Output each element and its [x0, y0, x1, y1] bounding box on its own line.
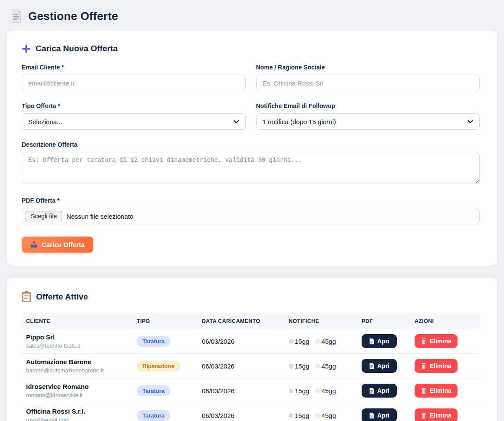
notification-45gg-label: 45gg — [321, 338, 336, 345]
notification-15gg: 15gg — [289, 362, 309, 370]
upload-card-heading: Carica Nuova Offerta — [22, 44, 480, 53]
open-pdf-button-label: Apri — [377, 362, 389, 369]
delete-offer-button-label: Elimina — [430, 338, 451, 345]
client-cell: Automazione Barone barone@automazionebar… — [22, 358, 132, 374]
upload-date: 06/03/2026 — [198, 338, 284, 345]
delete-offer-button[interactable]: Elimina — [415, 359, 458, 373]
notification-45gg: 45gg — [315, 362, 336, 370]
client-name: Automazione Barone — [26, 358, 132, 366]
description-field-group: Descrizione Offerta — [22, 141, 480, 186]
notification-15gg: 15gg — [289, 387, 309, 395]
notification-45gg-label: 45gg — [321, 387, 336, 395]
type-cell: Riparazione — [132, 361, 198, 372]
page-header: Gestione Offerte — [0, 0, 504, 31]
chevron-down-icon — [234, 120, 239, 124]
pdf-file-input[interactable]: Scegli file Nessun file selezionato — [22, 208, 480, 224]
notification-status-dot — [315, 388, 320, 393]
upload-card-title: Carica Nuova Offerta — [36, 44, 118, 53]
file-icon — [369, 412, 374, 419]
actions-cell: Elimina — [410, 359, 480, 373]
delete-offer-button-label: Elimina — [430, 362, 451, 369]
delete-offer-button[interactable]: Elimina — [415, 384, 458, 398]
followup-select[interactable]: 1 notifica (dopo 15 giorni) — [256, 113, 480, 130]
upload-date: 06/03/2026 — [198, 387, 284, 395]
notification-45gg: 45gg — [315, 412, 336, 419]
offer-type-field-group: Tipo Offerta * Seleziona... — [22, 102, 246, 130]
notifications-cell: 15gg 45gg — [284, 338, 357, 345]
open-pdf-button-label: Apri — [377, 412, 389, 419]
file-status-text: Nessun file selezionato — [66, 213, 133, 220]
actions-cell: Elimina — [410, 408, 480, 421]
open-pdf-button-label: Apri — [377, 338, 389, 345]
followup-selected-value: 1 notifica (dopo 15 giorni) — [263, 118, 336, 125]
notification-45gg: 45gg — [315, 338, 336, 345]
upload-date: 06/03/2026 — [198, 362, 284, 370]
offers-table-header: CLIENTE TIPO DATA CARICAMENTO NOTIFICHE … — [22, 313, 480, 329]
offers-card: Offerte Attive CLIENTE TIPO DATA CARICAM… — [7, 278, 497, 421]
notification-45gg-label: 45gg — [321, 412, 336, 419]
description-textarea[interactable] — [22, 152, 480, 184]
open-pdf-button[interactable]: Apri — [362, 359, 397, 373]
client-email: romano@idroservice.it — [26, 392, 132, 398]
table-row: Pippo Srl sales@techno-tools.it Taratura… — [22, 329, 480, 354]
table-row: Officina Rossi S.r.l. rossi@email.com Ta… — [22, 403, 480, 421]
client-cell: Officina Rossi S.r.l. rossi@email.com — [22, 408, 132, 421]
upload-date: 06/03/2026 — [198, 412, 284, 419]
company-input[interactable] — [256, 75, 480, 91]
offer-type-selected-value: Seleziona... — [28, 118, 62, 125]
choose-file-button[interactable]: Scegli file — [26, 211, 62, 221]
client-email: barone@automazionebarone.it — [26, 367, 132, 374]
notification-15gg-label: 15gg — [295, 412, 309, 419]
trash-icon — [421, 412, 427, 419]
company-field-group: Nome / Ragione Sociale — [256, 64, 480, 91]
client-email: rossi@email.com — [26, 417, 132, 421]
column-header-azioni: AZIONI — [410, 318, 480, 324]
company-label: Nome / Ragione Sociale — [256, 64, 480, 71]
pdf-cell: Apri — [357, 384, 410, 398]
chevron-down-icon — [468, 120, 473, 124]
document-icon — [10, 10, 22, 23]
delete-offer-button[interactable]: Elimina — [415, 334, 458, 348]
notification-15gg: 15gg — [289, 338, 309, 345]
delete-offer-button[interactable]: Elimina — [415, 408, 458, 421]
trash-icon — [421, 363, 427, 369]
notifications-cell: 15gg 45gg — [284, 362, 357, 370]
notification-45gg-label: 45gg — [321, 362, 336, 370]
table-row: Idroservice Romano romano@idroservice.it… — [22, 378, 480, 403]
column-header-notifiche: NOTIFICHE — [284, 318, 357, 324]
file-icon — [369, 363, 374, 369]
offers-card-title: Offerte Attive — [36, 292, 88, 302]
notification-status-dot — [315, 339, 320, 344]
actions-cell: Elimina — [410, 384, 480, 398]
client-name: Pippo Srl — [26, 333, 132, 342]
email-field-group: Email Cliente * — [22, 64, 246, 91]
description-label: Descrizione Offerta — [22, 141, 480, 148]
email-input[interactable] — [22, 75, 246, 91]
type-badge: Taratura — [137, 336, 170, 347]
column-header-cliente: CLIENTE — [22, 318, 132, 324]
offer-type-select[interactable]: Seleziona... — [22, 113, 246, 130]
notification-15gg-label: 15gg — [295, 338, 309, 345]
column-header-pdf: PDF — [357, 318, 410, 324]
pdf-cell: Apri — [357, 334, 410, 348]
upload-offer-button[interactable]: Carica Offerta — [22, 237, 93, 253]
type-badge: Taratura — [137, 385, 170, 396]
client-name: Idroservice Romano — [26, 383, 132, 391]
offers-card-heading: Offerte Attive — [22, 291, 480, 303]
notification-status-dot — [315, 413, 320, 418]
trash-icon — [421, 338, 427, 345]
open-pdf-button[interactable]: Apri — [362, 408, 397, 421]
type-badge: Taratura — [137, 410, 170, 421]
pdf-label: PDF Offerta * — [22, 197, 480, 204]
open-pdf-button[interactable]: Apri — [362, 384, 397, 398]
column-header-data: DATA CARICAMENTO — [198, 318, 284, 324]
notification-status-dot — [289, 339, 293, 344]
open-pdf-button[interactable]: Apri — [362, 334, 397, 348]
type-badge: Riparazione — [137, 361, 180, 372]
type-cell: Taratura — [132, 410, 198, 421]
notification-status-dot — [315, 364, 320, 368]
client-cell: Pippo Srl sales@techno-tools.it — [22, 333, 132, 349]
type-cell: Taratura — [132, 385, 198, 396]
pdf-cell: Apri — [357, 359, 410, 373]
notification-status-dot — [289, 413, 293, 418]
